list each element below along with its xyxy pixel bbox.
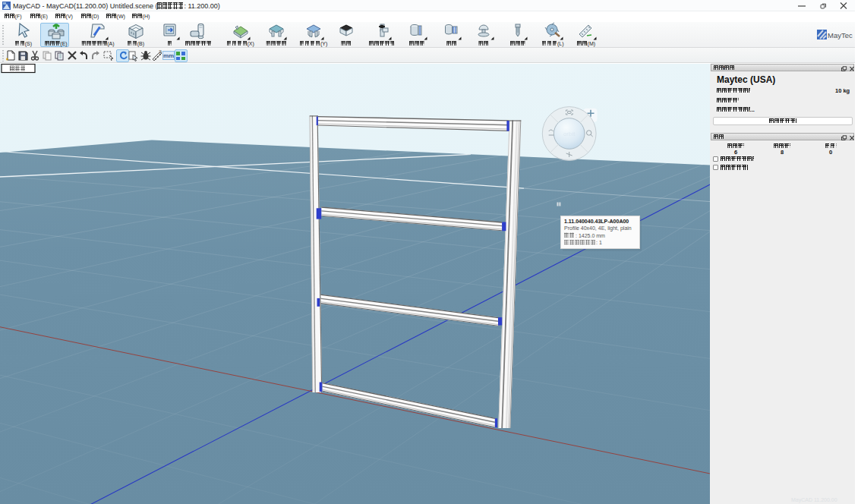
svg-text:orbit: orbit bbox=[563, 131, 576, 137]
svg-text:?: ? bbox=[159, 49, 162, 55]
svg-text:1.11.040040.43LP-A00A00: 1.11.040040.43LP-A00A00 bbox=[564, 219, 629, 224]
svg-text:: 1425.0 mm: : 1425.0 mm bbox=[576, 233, 605, 238]
svg-text:: 1: : 1 bbox=[596, 240, 602, 245]
svg-text:Profile 40x40, 4E, light, plai: Profile 40x40, 4E, light, plain bbox=[564, 225, 632, 232]
svg-text:MayTec: MayTec bbox=[828, 31, 853, 39]
svg-text:mm: mm bbox=[163, 52, 174, 59]
